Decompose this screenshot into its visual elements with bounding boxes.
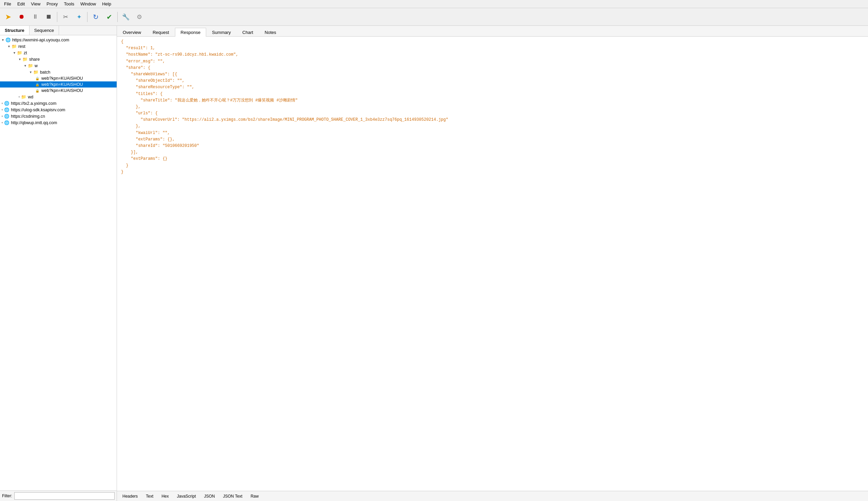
wand-button[interactable]: ✦ <box>73 11 85 23</box>
tree-node-rest[interactable]: ▼ 📁 rest <box>0 43 117 50</box>
expand-icon: ▼ <box>24 64 27 67</box>
json-line: "shareResourceType": "", <box>121 84 864 90</box>
tree-node-root5[interactable]: + 🌐 http://qbwup.imtt.qq.com <box>0 119 117 126</box>
bottom-tab-javascript[interactable]: JavaScript <box>173 492 200 500</box>
stop-icon: ⏹ <box>46 13 52 20</box>
json-line: "shareCoverUrl": "https://ali2.a.yximgs.… <box>121 117 864 123</box>
menu-window[interactable]: Window <box>78 1 99 7</box>
check-icon: ✔ <box>107 13 112 21</box>
json-line: "shareTitle": "我这么爱她，她咋不开心呢？#万万没想到 #爆笑视频… <box>121 97 864 104</box>
json-line: }], <box>121 149 864 156</box>
menu-edit[interactable]: Edit <box>14 1 28 7</box>
json-line: "error_msg": "", <box>121 58 864 65</box>
filter-label: Filter: <box>2 493 12 498</box>
folder-icon: 📁 <box>12 44 17 49</box>
filter-bar: Filter: <box>0 490 117 501</box>
refresh-button[interactable]: ↻ <box>89 11 102 23</box>
json-line: "shareObjectId": "", <box>121 78 864 84</box>
tree-node-root3[interactable]: + 🌐 https://ulog-sdk.ksapisrv.com <box>0 107 117 113</box>
arrow-icon: ➤ <box>5 12 11 21</box>
json-line: "titles": { <box>121 91 864 97</box>
json-line: }, <box>121 123 864 130</box>
globe-icon: 🌐 <box>4 114 10 119</box>
expand-icon: ▼ <box>13 51 16 55</box>
toolbar: ➤ ⏺ ⏸ ⏹ ✂ ✦ ↻ ✔ 🔧 ⚙ <box>0 8 868 26</box>
stop-button[interactable]: ⏹ <box>43 11 55 23</box>
wrench-icon: 🔧 <box>122 13 130 21</box>
tree-label: web?kpn=KUAISHOU <box>41 88 83 93</box>
pause-button[interactable]: ⏸ <box>29 11 41 23</box>
folder-icon: 📁 <box>21 94 26 99</box>
tab-overview[interactable]: Overview <box>117 28 147 36</box>
tree-node-file1[interactable]: 🔒 web?kpn=KUAISHOU <box>0 75 117 82</box>
lock-icon: 🔒 <box>35 77 39 81</box>
tree-label: http://qbwup.imtt.qq.com <box>11 120 57 125</box>
tree-node-share[interactable]: ▼ 📁 share <box>0 56 117 62</box>
json-line: } <box>121 169 864 175</box>
tree-node-w[interactable]: ▼ 📁 w <box>0 62 117 69</box>
tree-label: web?kpn=KUAISHOU <box>41 82 83 87</box>
menu-proxy[interactable]: Proxy <box>44 1 60 7</box>
tree-area: ▼ 🌐 https://wxmini-api.uyouqu.com ▼ 📁 re… <box>0 35 117 490</box>
tree-node-file3[interactable]: 🔒 web?kpn=KUAISHOU <box>0 87 117 94</box>
expand-icon: + <box>1 108 3 111</box>
tab-sequence[interactable]: Sequence <box>30 26 59 35</box>
tree-label: https://tx2.a.yximgs.com <box>11 101 56 106</box>
bottom-tab-text[interactable]: Text <box>142 492 157 500</box>
pause-icon: ⏸ <box>32 13 38 20</box>
tab-response[interactable]: Response <box>175 28 206 36</box>
tab-request[interactable]: Request <box>147 28 175 36</box>
json-line: "urls": { <box>121 110 864 117</box>
scissors-icon: ✂ <box>63 13 68 21</box>
expand-icon: ▼ <box>29 71 32 74</box>
json-line: "share": { <box>121 65 864 71</box>
menu-file[interactable]: File <box>1 1 14 7</box>
tab-notes[interactable]: Notes <box>259 28 282 36</box>
globe-icon: 🌐 <box>4 107 10 112</box>
tree-label: share <box>29 57 40 62</box>
left-panel: Structure Sequence ▼ 🌐 https://wxmini-ap… <box>0 26 117 501</box>
wrench-button[interactable]: 🔧 <box>120 11 132 23</box>
globe-icon: 🌐 <box>6 37 11 42</box>
tree-label: rest <box>18 44 25 49</box>
json-line: "extParams": {}, <box>121 136 864 143</box>
bottom-tab-hex[interactable]: Hex <box>157 492 173 500</box>
tree-node-batch[interactable]: ▼ 📁 batch <box>0 69 117 75</box>
menu-help[interactable]: Help <box>99 1 114 7</box>
tree-node-root1[interactable]: ▼ 🌐 https://wxmini-api.uyouqu.com <box>0 36 117 43</box>
bottom-tab-json[interactable]: JSON <box>200 492 219 500</box>
bottom-tabs: Headers Text Hex JavaScript JSON JSON Te… <box>117 491 868 501</box>
bottom-tab-raw[interactable]: Raw <box>247 492 263 500</box>
record-icon: ⏺ <box>19 13 25 20</box>
arrow-button[interactable]: ➤ <box>2 11 14 23</box>
tree-node-root4[interactable]: + 🌐 https://csdnimg.cn <box>0 113 117 119</box>
bottom-tab-json-text[interactable]: JSON Text <box>219 492 247 500</box>
expand-icon: ▼ <box>8 45 11 48</box>
filter-input[interactable] <box>14 492 115 500</box>
gear-button[interactable]: ⚙ <box>133 11 145 23</box>
record-button[interactable]: ⏺ <box>15 11 28 23</box>
check-button[interactable]: ✔ <box>103 11 115 23</box>
tree-label: web?kpn=KUAISHOU <box>41 76 83 81</box>
menu-tools[interactable]: Tools <box>61 1 77 7</box>
expand-icon: + <box>18 95 20 99</box>
tree-node-zt[interactable]: ▼ 📁 zt <box>0 50 117 56</box>
main-area: Structure Sequence ▼ 🌐 https://wxmini-ap… <box>0 26 868 501</box>
left-tabs: Structure Sequence <box>0 26 117 35</box>
folder-icon: 📁 <box>28 63 33 68</box>
tree-node-root2[interactable]: + 🌐 https://tx2.a.yximgs.com <box>0 100 117 107</box>
tab-summary[interactable]: Summary <box>206 28 237 36</box>
expand-icon: ▼ <box>18 58 21 61</box>
expand-icon: + <box>1 121 3 125</box>
menu-view[interactable]: View <box>28 1 43 7</box>
bottom-tab-headers[interactable]: Headers <box>118 492 142 500</box>
tree-node-wd[interactable]: + 📁 wd <box>0 94 117 100</box>
tree-node-file2[interactable]: 🔒 web?kpn=KUAISHOU <box>0 82 117 87</box>
scissors-button[interactable]: ✂ <box>59 11 72 23</box>
tab-structure[interactable]: Structure <box>0 26 30 35</box>
separator-1 <box>57 12 57 22</box>
globe-icon: 🌐 <box>4 101 10 106</box>
tab-chart[interactable]: Chart <box>237 28 259 36</box>
refresh-icon: ↻ <box>93 13 99 21</box>
lock-icon: 🔒 <box>35 83 39 86</box>
